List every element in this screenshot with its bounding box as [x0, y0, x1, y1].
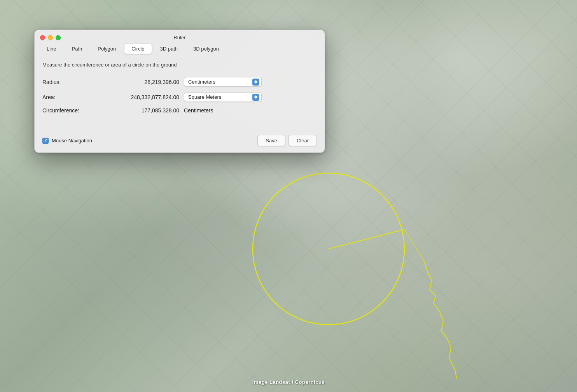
dialog-titlebar: Ruler	[35, 30, 325, 44]
dialog-title: Ruler	[173, 35, 185, 40]
mouse-nav-text: Mouse Navigation	[52, 138, 92, 144]
area-value: 248,332,877,824.00	[109, 94, 179, 100]
mouse-nav-checkbox[interactable]: ✓	[42, 138, 49, 144]
measurements-container: Radius: 28,219,396.00 Centimeters Meters…	[42, 77, 317, 114]
tab-3d-path[interactable]: 3D path	[153, 44, 185, 54]
description-text: Measure the circumference or area of a c…	[42, 61, 317, 68]
dialog-body: Measure the circumference or area of a c…	[35, 58, 325, 131]
minimize-button[interactable]	[48, 35, 53, 40]
circumference-label: Circumference:	[42, 107, 105, 114]
save-button[interactable]: Save	[257, 135, 285, 146]
area-unit-wrapper: Square Meters Square Kilometers Square F…	[184, 92, 262, 102]
area-row: Area: 248,332,877,824.00 Square Meters S…	[42, 92, 317, 102]
radius-value: 28,219,396.00	[109, 79, 179, 85]
radius-unit-select[interactable]: Centimeters Meters Kilometers Feet Miles	[184, 77, 262, 87]
tab-circle[interactable]: Circle	[124, 44, 152, 54]
tab-path[interactable]: Path	[65, 44, 90, 54]
clear-button[interactable]: Clear	[288, 135, 317, 146]
circumference-row: Circumference: 177,085,328.00 Centimeter…	[42, 107, 317, 114]
radius-unit-wrapper: Centimeters Meters Kilometers Feet Miles	[184, 77, 262, 87]
map-attribution: Image Landsat / Copernicus	[252, 379, 325, 385]
radius-label: Radius:	[42, 79, 105, 85]
area-label: Area:	[42, 94, 105, 100]
area-unit-select[interactable]: Square Meters Square Kilometers Square F…	[184, 92, 262, 102]
tab-line[interactable]: Line	[39, 44, 64, 54]
mouse-nav-label[interactable]: ✓ Mouse Navigation	[42, 138, 92, 144]
footer-buttons: Save Clear	[257, 135, 317, 146]
tab-3d-polygon[interactable]: 3D polygon	[186, 44, 226, 54]
close-button[interactable]	[40, 35, 45, 40]
checkmark-icon: ✓	[44, 138, 47, 143]
dialog-footer: ✓ Mouse Navigation Save Clear	[35, 131, 325, 152]
circumference-unit: Centimeters	[184, 107, 213, 114]
radius-row: Radius: 28,219,396.00 Centimeters Meters…	[42, 77, 317, 87]
tab-bar: Line Path Polygon Circle 3D path 3D poly…	[35, 44, 325, 58]
circumference-value: 177,085,328.00	[109, 107, 179, 114]
ruler-dialog: Ruler Line Path Polygon Circle 3D path 3…	[34, 30, 325, 153]
tab-polygon[interactable]: Polygon	[90, 44, 123, 54]
traffic-lights	[40, 35, 61, 40]
maximize-button[interactable]	[56, 35, 61, 40]
